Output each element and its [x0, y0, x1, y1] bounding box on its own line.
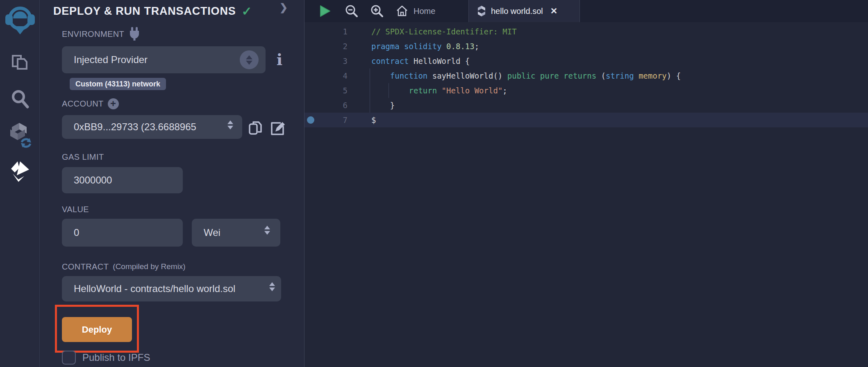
gas-limit-value: 3000000 — [62, 174, 112, 186]
home-tab-label: Home — [414, 7, 435, 16]
code-text: return "Hello World"; — [348, 86, 507, 95]
value-amount: 0 — [62, 227, 79, 238]
glyph-margin[interactable] — [304, 98, 317, 113]
value-unit-caret-icon[interactable] — [264, 226, 270, 235]
code-line-5[interactable]: 5 return "Hello World"; — [304, 83, 868, 98]
tab-home[interactable]: Home — [395, 0, 435, 22]
code-line-1[interactable]: 1// SPDX-License-Identifier: MIT — [304, 24, 868, 39]
line-number: 7 — [317, 116, 348, 125]
code-text: function sayHelloWorld() public pure ret… — [348, 71, 681, 80]
code-token: public — [507, 71, 536, 80]
code-line-4[interactable]: 4 function sayHelloWorld() public pure r… — [304, 68, 868, 83]
icon-rail — [0, 0, 40, 367]
copy-account-icon[interactable] — [248, 120, 264, 136]
code-token — [400, 42, 404, 51]
contract-select-caret-icon[interactable] — [269, 282, 275, 291]
glyph-margin[interactable] — [304, 68, 317, 83]
editor-tab-bar: Home hello world.sol ✕ — [304, 0, 868, 22]
code-token: returns — [564, 71, 596, 80]
account-label: ACCOUNT + — [62, 98, 119, 109]
panel-expand-icon[interactable]: ❯ — [279, 2, 288, 13]
code-token: // SPDX-License-Identifier: MIT — [371, 27, 517, 36]
indent-guide — [370, 68, 370, 113]
code-token: function — [390, 71, 428, 80]
glyph-margin[interactable] — [304, 54, 317, 68]
solidity-file-icon — [477, 5, 486, 17]
code-token — [371, 71, 390, 80]
line-number: 5 — [317, 86, 348, 95]
gas-limit-label: GAS LIMIT — [62, 152, 104, 162]
code-editor: Home hello world.sol ✕ 1// SPDX-License-… — [304, 0, 868, 367]
value-label: VALUE — [62, 204, 89, 215]
publish-to-ipfs-checkbox[interactable] — [62, 351, 76, 365]
environment-value: Injected Provider — [62, 54, 148, 66]
code-token: memory — [639, 71, 667, 80]
contract-sublabel: (Compiled by Remix) — [113, 262, 185, 271]
code-lines: 1// SPDX-License-Identifier: MIT2pragma … — [304, 22, 868, 127]
close-tab-icon[interactable]: ✕ — [550, 6, 558, 16]
plug-icon — [128, 27, 141, 41]
code-token — [442, 42, 446, 51]
code-line-3[interactable]: 3contract HelloWorld { — [304, 54, 868, 68]
code-token — [535, 71, 540, 80]
panel-title: DEPLOY & RUN TRANSACTIONS — [53, 5, 236, 18]
code-token — [371, 86, 409, 95]
code-token: HelloWorld { — [409, 57, 470, 66]
publish-to-ipfs-row: Publish to IPFS — [62, 351, 150, 365]
code-token: $ — [371, 116, 376, 125]
code-token: return — [409, 86, 437, 95]
code-token: 0.8.13 — [446, 42, 475, 51]
add-account-icon[interactable]: + — [108, 98, 119, 109]
contract-label: CONTRACT (Compiled by Remix) — [62, 261, 186, 272]
environment-caret-icon[interactable] — [240, 50, 259, 69]
environment-select[interactable]: Injected Provider — [62, 46, 266, 73]
play-icon — [319, 5, 331, 17]
zoom-out-button[interactable] — [345, 0, 359, 22]
zoom-in-button[interactable] — [370, 0, 384, 22]
glyph-margin[interactable] — [304, 24, 317, 39]
account-value: 0xBB9...29733 (23.6688965 — [62, 121, 226, 133]
glyph-margin[interactable] — [304, 39, 317, 54]
code-token: ; — [502, 86, 507, 95]
code-token — [634, 71, 639, 80]
remix-logo-icon[interactable] — [0, 3, 40, 35]
environment-info-icon[interactable]: i — [273, 50, 286, 70]
code-token: } — [371, 101, 395, 110]
zoom-in-icon — [370, 4, 384, 18]
run-script-button[interactable] — [319, 0, 331, 22]
code-token — [559, 71, 564, 80]
code-text: pragma solidity 0.8.13; — [348, 42, 479, 51]
code-line-6[interactable]: 6 } — [304, 98, 868, 113]
contract-select[interactable]: HelloWorld - contracts/hello world.sol — [62, 276, 281, 301]
search-icon[interactable] — [0, 88, 40, 109]
account-select[interactable]: 0xBB9...29733 (23.6688965 — [62, 115, 242, 139]
deploy-button[interactable]: Deploy — [62, 317, 132, 342]
code-token: ; — [475, 42, 479, 51]
code-text: } — [348, 101, 395, 110]
breakpoint-dot-icon[interactable] — [307, 116, 314, 124]
code-token — [437, 86, 441, 95]
home-icon — [395, 5, 409, 18]
file-explorer-icon[interactable] — [0, 52, 40, 72]
account-select-caret-icon[interactable] — [227, 120, 233, 129]
zoom-out-icon — [345, 4, 359, 18]
glyph-margin[interactable] — [304, 83, 317, 98]
gas-limit-input[interactable]: 3000000 — [62, 167, 183, 193]
code-token: ( — [596, 71, 606, 80]
environment-label: ENVIRONMENT — [62, 29, 141, 39]
code-token: string — [606, 71, 634, 80]
code-token: sayHelloWorld() — [427, 71, 507, 80]
glyph-margin[interactable] — [304, 113, 317, 127]
code-text: $ — [348, 116, 376, 125]
value-input[interactable]: 0 — [62, 219, 183, 247]
code-text: // SPDX-License-Identifier: MIT — [348, 27, 517, 36]
edit-account-icon[interactable] — [268, 120, 286, 137]
remix-ide-window: DEPLOY & RUN TRANSACTIONS ✓ ❯ ENVIRONMEN… — [0, 0, 868, 367]
code-line-7[interactable]: 7$ — [304, 113, 868, 127]
solidity-compiler-icon[interactable] — [0, 122, 40, 148]
deploy-run-icon[interactable] — [0, 160, 40, 182]
tab-hello-world-sol[interactable]: hello world.sol ✕ — [468, 0, 580, 22]
code-token: pure — [540, 71, 559, 80]
status-check-icon: ✓ — [242, 4, 252, 18]
code-line-2[interactable]: 2pragma solidity 0.8.13; — [304, 39, 868, 54]
